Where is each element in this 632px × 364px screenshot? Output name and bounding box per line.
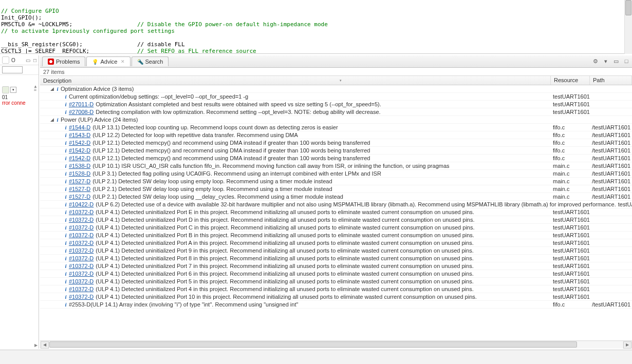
scroll-up-icon[interactable]: ▲ bbox=[33, 84, 38, 89]
left-input[interactable] bbox=[2, 66, 23, 73]
advice-item[interactable]: i #1542-D (ULP 12.1) Detected memcpy() a… bbox=[40, 155, 632, 162]
resource-cell: main.c bbox=[551, 170, 590, 177]
advice-link[interactable]: #27011-D bbox=[69, 101, 96, 108]
advice-group[interactable]: ◢i Optimization Advice (3 items) bbox=[40, 85, 632, 93]
expand-icon[interactable]: ◢ bbox=[49, 85, 54, 93]
advice-item[interactable]: i #1528-D (ULP 3.1) Detected flag pollin… bbox=[40, 170, 632, 178]
advice-item[interactable]: i #1538-D (ULP 10.1) ISR USCI_A0_ISR cal… bbox=[40, 162, 632, 170]
column-description[interactable]: Description▾ bbox=[40, 76, 551, 85]
advice-link[interactable]: #1542-D bbox=[69, 147, 92, 155]
advice-item[interactable]: i #10372-D (ULP 4.1) Detected uninitiali… bbox=[40, 285, 632, 293]
advice-link[interactable]: #10372-D bbox=[69, 216, 96, 224]
column-path[interactable]: Path bbox=[590, 76, 632, 85]
left-tool-icon[interactable] bbox=[2, 86, 9, 93]
advice-link[interactable]: #10372-D bbox=[69, 224, 96, 232]
advice-item[interactable]: i #1542-D (ULP 12.1) Detected memcpy() a… bbox=[40, 147, 632, 155]
dropdown-icon[interactable]: ▾ bbox=[10, 87, 16, 93]
advice-link[interactable]: #27008-D bbox=[69, 108, 96, 116]
info-icon: i bbox=[63, 139, 69, 147]
advice-item[interactable]: i #1527-D (ULP 2.1) Detected SW delay lo… bbox=[40, 178, 632, 185]
advice-item[interactable]: i #10372-D (ULP 4.1) Detected uninitiali… bbox=[40, 247, 632, 255]
advice-item[interactable]: i #10372-D (ULP 4.1) Detected uninitiali… bbox=[40, 270, 632, 278]
advice-link[interactable]: #10422-D bbox=[69, 201, 96, 208]
resource-cell: testUART1601 bbox=[616, 201, 632, 208]
advice-link[interactable]: #10372-D bbox=[69, 255, 96, 262]
info-icon: i bbox=[63, 155, 69, 162]
scroll-right-icon[interactable]: ▶ bbox=[34, 343, 38, 348]
editor-vertical-scrollbar[interactable] bbox=[624, 0, 632, 54]
advice-item[interactable]: i #1544-D (ULP 13.1) Detected loop count… bbox=[40, 124, 632, 131]
advice-link[interactable]: #10372-D bbox=[69, 247, 96, 255]
advice-link[interactable]: #10372-D bbox=[69, 262, 96, 270]
path-cell bbox=[590, 293, 632, 300]
left-toolbar-icon[interactable] bbox=[2, 56, 9, 64]
advice-item[interactable]: i #10372-D (ULP 4.1) Detected uninitiali… bbox=[40, 278, 632, 285]
info-icon: i bbox=[54, 116, 61, 124]
advice-item[interactable]: i #10372-D (ULP 4.1) Detected uninitiali… bbox=[40, 293, 632, 301]
advice-item[interactable]: i #10372-D (ULP 4.1) Detected uninitiali… bbox=[40, 255, 632, 262]
advice-link[interactable]: #1542-D bbox=[69, 155, 92, 162]
advice-item[interactable]: i #10372-D (ULP 4.1) Detected uninitiali… bbox=[40, 216, 632, 224]
advice-link[interactable]: #1544-D bbox=[69, 124, 92, 131]
advice-link[interactable]: #1527-D bbox=[69, 185, 92, 193]
advice-link[interactable]: #1543-D bbox=[69, 131, 92, 139]
scroll-right-icon[interactable]: ▶ bbox=[623, 341, 631, 349]
info-icon: i bbox=[63, 239, 69, 247]
advice-link[interactable]: #10372-D bbox=[69, 278, 96, 285]
tab-problems[interactable]: Problems bbox=[42, 56, 85, 66]
advice-item[interactable]: i #10372-D (ULP 4.1) Detected uninitiali… bbox=[40, 208, 632, 216]
advice-item[interactable]: i #1527-D (ULP 2.1) Detected SW delay lo… bbox=[40, 193, 632, 201]
path-cell bbox=[590, 239, 632, 246]
close-icon[interactable]: ✕ bbox=[121, 59, 125, 64]
advice-link[interactable]: #10372-D bbox=[69, 293, 96, 301]
minimize-icon[interactable]: ▭ bbox=[26, 58, 30, 63]
advice-item[interactable]: i #10372-D (ULP 4.1) Detected uninitiali… bbox=[40, 239, 632, 247]
scroll-left-icon[interactable]: ◀ bbox=[41, 341, 49, 349]
advice-link[interactable]: #1527-D bbox=[69, 193, 92, 201]
advice-item[interactable]: i #10372-D (ULP 4.1) Detected uninitiali… bbox=[40, 262, 632, 270]
table-horizontal-scrollbar[interactable]: ◀ ▶ bbox=[40, 340, 632, 349]
maximize-icon[interactable]: □ bbox=[33, 58, 36, 63]
left-small-label: O bbox=[11, 58, 15, 63]
advice-link[interactable]: #1527-D bbox=[69, 178, 92, 185]
expand-icon[interactable]: ◢ bbox=[49, 116, 54, 124]
tab-advice[interactable]: Advice ✕ bbox=[86, 56, 130, 66]
info-icon: i bbox=[63, 101, 69, 108]
path-cell bbox=[590, 285, 632, 293]
advice-item[interactable]: i #27011-D Optimization Assistant comple… bbox=[40, 101, 632, 108]
resource-cell: main.c bbox=[551, 185, 590, 193]
path-cell bbox=[590, 93, 632, 100]
advice-group[interactable]: ◢i Power (ULP) Advice (24 items) bbox=[40, 116, 632, 124]
minimize-icon[interactable]: ▭ bbox=[612, 58, 620, 65]
column-resource[interactable]: Resource bbox=[551, 76, 590, 85]
maximize-icon[interactable]: □ bbox=[623, 58, 630, 65]
path-cell bbox=[590, 116, 632, 123]
advice-item[interactable]: i #10372-D (ULP 4.1) Detected uninitiali… bbox=[40, 224, 632, 232]
advice-link[interactable]: #10372-D bbox=[69, 208, 96, 216]
tab-search[interactable]: Search bbox=[132, 56, 169, 66]
info-icon: i bbox=[63, 108, 69, 116]
sort-icon: ▾ bbox=[340, 79, 342, 83]
advice-item[interactable]: i #1543-D (ULP 12.2) Detected for loop w… bbox=[40, 131, 632, 139]
advice-item[interactable]: i #27008-D Detecting compilation with lo… bbox=[40, 108, 632, 116]
advice-item[interactable]: i Current optimization/debug settings: -… bbox=[40, 93, 632, 101]
code-editor[interactable]: // Configure GPIO Init_GPIO(); PM5CTL0 &… bbox=[0, 0, 627, 54]
advice-link[interactable]: #10372-D bbox=[69, 270, 96, 278]
advice-link[interactable]: #10372-D bbox=[69, 232, 96, 239]
tab-label: Problems bbox=[56, 59, 80, 65]
filters-icon[interactable]: ⚙ bbox=[592, 58, 599, 65]
advice-item[interactable]: i #2553-D (ULP 14.1) Array index (involv… bbox=[40, 301, 632, 309]
advice-item[interactable]: i #1527-D (ULP 2.1) Detected SW delay lo… bbox=[40, 185, 632, 193]
advice-link[interactable]: #10372-D bbox=[69, 285, 96, 293]
advice-item[interactable]: i #10372-D (ULP 4.1) Detected uninitiali… bbox=[40, 232, 632, 239]
advice-link[interactable]: #1542-D bbox=[69, 139, 92, 147]
view-menu-icon[interactable]: ▾ bbox=[602, 58, 609, 65]
path-cell: /testUART1601 bbox=[590, 124, 632, 131]
advice-link[interactable]: #1538-D bbox=[69, 162, 92, 170]
advice-item[interactable]: i #1542-D (ULP 12.1) Detected memcpy() a… bbox=[40, 139, 632, 147]
advice-link[interactable]: #10372-D bbox=[69, 239, 96, 247]
advice-link[interactable]: #1528-D bbox=[69, 170, 92, 178]
advice-item[interactable]: i #10422-D (ULP 6.2) Detected use of a d… bbox=[40, 201, 632, 208]
path-cell: /testUART1601 bbox=[590, 162, 632, 169]
advice-text: (ULP 13.1) Detected loop counting up. Re… bbox=[92, 124, 338, 131]
